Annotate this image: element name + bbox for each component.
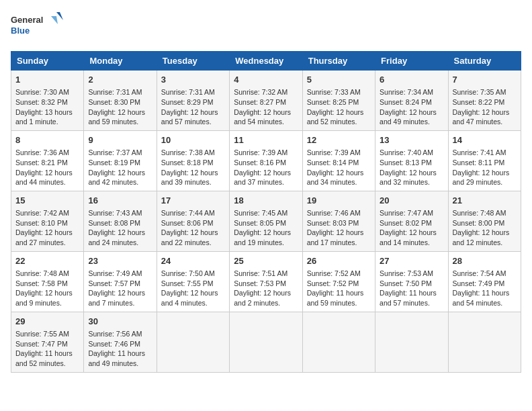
day-number: 21 — [453, 195, 517, 207]
logo: General Blue — [11, 11, 64, 44]
calendar-week-2: 8Sunrise: 7:36 AMSunset: 8:21 PMDaylight… — [11, 130, 521, 191]
calendar-cell: 2Sunrise: 7:31 AMSunset: 8:30 PMDaylight… — [84, 71, 157, 131]
calendar-cell: 21Sunrise: 7:48 AMSunset: 8:00 PMDayligh… — [448, 191, 521, 251]
calendar-cell: 20Sunrise: 7:47 AMSunset: 8:02 PMDayligh… — [375, 191, 448, 251]
calendar-cell: 15Sunrise: 7:42 AMSunset: 8:10 PMDayligh… — [11, 191, 84, 251]
day-number: 29 — [15, 316, 79, 328]
calendar-cell: 28Sunrise: 7:54 AMSunset: 7:49 PMDayligh… — [448, 251, 521, 312]
day-info: Sunrise: 7:33 AMSunset: 8:25 PMDaylight:… — [307, 87, 371, 127]
svg-marker-3 — [51, 16, 58, 24]
calendar-week-4: 22Sunrise: 7:48 AMSunset: 7:58 PMDayligh… — [11, 251, 521, 312]
day-info: Sunrise: 7:40 AMSunset: 8:13 PMDaylight:… — [380, 148, 443, 187]
header-wednesday: Wednesday — [230, 52, 302, 71]
day-info: Sunrise: 7:32 AMSunset: 8:27 PMDaylight:… — [234, 87, 298, 127]
day-number: 23 — [88, 255, 152, 267]
calendar-cell — [302, 312, 375, 372]
header-thursday: Thursday — [302, 52, 375, 71]
day-number: 4 — [234, 74, 298, 86]
calendar-cell: 26Sunrise: 7:52 AMSunset: 7:52 PMDayligh… — [302, 251, 375, 312]
calendar-cell: 16Sunrise: 7:43 AMSunset: 8:08 PMDayligh… — [84, 191, 157, 251]
svg-text:Blue: Blue — [11, 26, 30, 36]
calendar-week-5: 29Sunrise: 7:55 AMSunset: 7:47 PMDayligh… — [11, 312, 521, 372]
svg-marker-2 — [56, 12, 63, 20]
header-row: SundayMondayTuesdayWednesdayThursdayFrid… — [11, 52, 521, 71]
day-info: Sunrise: 7:34 AMSunset: 8:24 PMDaylight:… — [380, 87, 443, 127]
generalblue-logo: General Blue — [11, 11, 64, 44]
svg-text:General: General — [11, 15, 43, 25]
day-info: Sunrise: 7:30 AMSunset: 8:32 PMDaylight:… — [15, 87, 79, 127]
day-number: 12 — [307, 134, 371, 146]
day-info: Sunrise: 7:46 AMSunset: 8:03 PMDaylight:… — [307, 208, 371, 248]
calendar-cell — [375, 312, 448, 372]
calendar-cell — [448, 312, 521, 372]
day-info: Sunrise: 7:55 AMSunset: 7:47 PMDaylight:… — [15, 329, 79, 369]
header-tuesday: Tuesday — [157, 52, 229, 71]
day-number: 26 — [307, 255, 371, 267]
calendar-week-3: 15Sunrise: 7:42 AMSunset: 8:10 PMDayligh… — [11, 191, 521, 251]
day-info: Sunrise: 7:48 AMSunset: 7:58 PMDaylight:… — [15, 269, 79, 308]
calendar-cell: 14Sunrise: 7:41 AMSunset: 8:11 PMDayligh… — [448, 130, 521, 191]
calendar-cell: 3Sunrise: 7:31 AMSunset: 8:29 PMDaylight… — [157, 71, 229, 131]
day-info: Sunrise: 7:54 AMSunset: 7:49 PMDaylight:… — [453, 269, 517, 308]
day-number: 2 — [88, 74, 152, 86]
calendar-cell: 12Sunrise: 7:39 AMSunset: 8:14 PMDayligh… — [302, 130, 375, 191]
day-info: Sunrise: 7:37 AMSunset: 8:19 PMDaylight:… — [88, 148, 152, 187]
calendar-cell: 30Sunrise: 7:56 AMSunset: 7:46 PMDayligh… — [84, 312, 157, 372]
calendar-cell: 9Sunrise: 7:37 AMSunset: 8:19 PMDaylight… — [84, 130, 157, 191]
day-number: 25 — [234, 255, 298, 267]
calendar-cell: 22Sunrise: 7:48 AMSunset: 7:58 PMDayligh… — [11, 251, 84, 312]
header-saturday: Saturday — [448, 52, 521, 71]
day-info: Sunrise: 7:45 AMSunset: 8:05 PMDaylight:… — [234, 208, 298, 248]
day-info: Sunrise: 7:47 AMSunset: 8:02 PMDaylight:… — [380, 208, 443, 248]
calendar-cell: 10Sunrise: 7:38 AMSunset: 8:18 PMDayligh… — [157, 130, 229, 191]
calendar-cell: 13Sunrise: 7:40 AMSunset: 8:13 PMDayligh… — [375, 130, 448, 191]
calendar-cell: 24Sunrise: 7:50 AMSunset: 7:55 PMDayligh… — [157, 251, 229, 312]
day-number: 1 — [15, 74, 79, 86]
calendar-table: SundayMondayTuesdayWednesdayThursdayFrid… — [11, 51, 521, 373]
header-monday: Monday — [84, 52, 157, 71]
calendar-cell: 29Sunrise: 7:55 AMSunset: 7:47 PMDayligh… — [11, 312, 84, 372]
day-number: 3 — [161, 74, 225, 86]
day-number: 14 — [453, 134, 517, 146]
day-number: 9 — [88, 134, 152, 146]
day-info: Sunrise: 7:52 AMSunset: 7:52 PMDaylight:… — [307, 269, 371, 308]
day-info: Sunrise: 7:39 AMSunset: 8:16 PMDaylight:… — [234, 148, 298, 187]
day-info: Sunrise: 7:43 AMSunset: 8:08 PMDaylight:… — [88, 208, 152, 248]
header-sunday: Sunday — [11, 52, 84, 71]
day-info: Sunrise: 7:48 AMSunset: 8:00 PMDaylight:… — [453, 208, 517, 248]
calendar-cell: 27Sunrise: 7:53 AMSunset: 7:50 PMDayligh… — [375, 251, 448, 312]
day-number: 22 — [15, 255, 79, 267]
day-info: Sunrise: 7:53 AMSunset: 7:50 PMDaylight:… — [380, 269, 443, 308]
day-info: Sunrise: 7:38 AMSunset: 8:18 PMDaylight:… — [161, 148, 225, 187]
calendar-cell: 25Sunrise: 7:51 AMSunset: 7:53 PMDayligh… — [230, 251, 302, 312]
calendar-cell — [230, 312, 302, 372]
day-info: Sunrise: 7:39 AMSunset: 8:14 PMDaylight:… — [307, 148, 371, 187]
day-info: Sunrise: 7:31 AMSunset: 8:30 PMDaylight:… — [88, 87, 152, 127]
calendar-cell: 1Sunrise: 7:30 AMSunset: 8:32 PMDaylight… — [11, 71, 84, 131]
day-number: 13 — [380, 134, 443, 146]
day-number: 19 — [307, 195, 371, 207]
day-info: Sunrise: 7:35 AMSunset: 8:22 PMDaylight:… — [453, 87, 517, 127]
day-number: 17 — [161, 195, 225, 207]
calendar-cell: 18Sunrise: 7:45 AMSunset: 8:05 PMDayligh… — [230, 191, 302, 251]
day-number: 8 — [15, 134, 79, 146]
day-number: 7 — [453, 74, 517, 86]
day-number: 11 — [234, 134, 298, 146]
calendar-week-1: 1Sunrise: 7:30 AMSunset: 8:32 PMDaylight… — [11, 71, 521, 131]
calendar-cell: 8Sunrise: 7:36 AMSunset: 8:21 PMDaylight… — [11, 130, 84, 191]
day-number: 16 — [88, 195, 152, 207]
calendar-cell: 23Sunrise: 7:49 AMSunset: 7:57 PMDayligh… — [84, 251, 157, 312]
calendar-cell: 19Sunrise: 7:46 AMSunset: 8:03 PMDayligh… — [302, 191, 375, 251]
calendar-cell: 6Sunrise: 7:34 AMSunset: 8:24 PMDaylight… — [375, 71, 448, 131]
day-info: Sunrise: 7:36 AMSunset: 8:21 PMDaylight:… — [15, 148, 79, 187]
calendar-cell — [157, 312, 229, 372]
calendar-cell: 4Sunrise: 7:32 AMSunset: 8:27 PMDaylight… — [230, 71, 302, 131]
header-friday: Friday — [375, 52, 448, 71]
day-info: Sunrise: 7:41 AMSunset: 8:11 PMDaylight:… — [453, 148, 517, 187]
day-info: Sunrise: 7:50 AMSunset: 7:55 PMDaylight:… — [161, 269, 225, 308]
calendar-cell: 7Sunrise: 7:35 AMSunset: 8:22 PMDaylight… — [448, 71, 521, 131]
calendar-cell: 11Sunrise: 7:39 AMSunset: 8:16 PMDayligh… — [230, 130, 302, 191]
page-header: General Blue — [11, 11, 521, 44]
day-number: 10 — [161, 134, 225, 146]
day-number: 30 — [88, 316, 152, 328]
